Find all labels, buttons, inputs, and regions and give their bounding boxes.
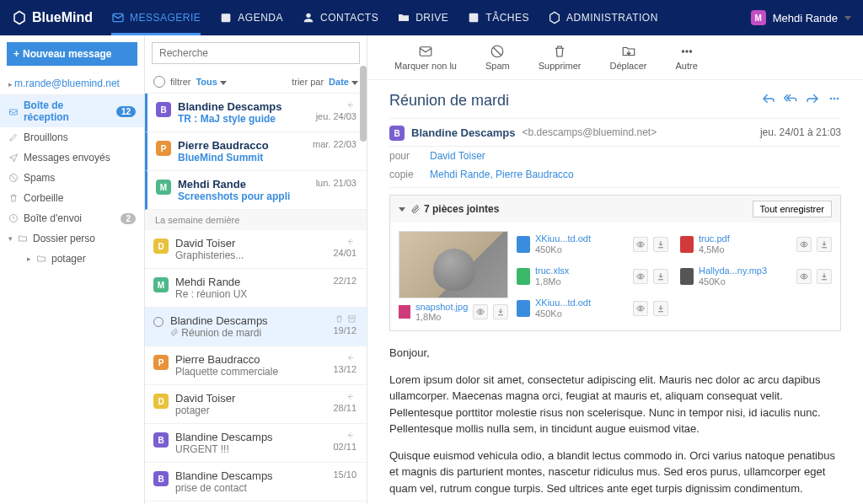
message-item[interactable]: DDavid Toiser Graphisteries...24/01 [145, 230, 367, 269]
message-item[interactable]: BBlandine Descamps TR : MaJ style guidej… [145, 94, 367, 132]
more-icon [679, 44, 694, 59]
folder-item[interactable]: Brouillons [0, 127, 144, 147]
folder-item[interactable]: Messages envoyés [0, 147, 144, 168]
message-subject: prise de contact [175, 482, 326, 494]
message-item[interactable]: DDavid Toiser potager28/11 [145, 385, 367, 424]
unread-icon [418, 44, 433, 59]
message-item[interactable]: MMehdi Rande Screenshots pour applilun. … [145, 171, 367, 210]
reply-all-icon[interactable] [784, 92, 797, 105]
trash-icon[interactable] [335, 314, 344, 324]
collapse-icon[interactable] [399, 207, 405, 212]
attachment-filesize: 450Ko [535, 308, 562, 319]
mail-date: jeu. 24/01 à 21:03 [760, 126, 841, 138]
view-button[interactable] [633, 237, 648, 252]
message-from: Mehdi Rande [175, 276, 326, 288]
view-button[interactable] [633, 301, 648, 316]
sidebar: + Nouveau message m.rande@bluemind.net B… [0, 35, 145, 504]
sender-avatar: B [156, 102, 171, 117]
toolbar-label: Spam [485, 61, 510, 71]
svg-point-17 [837, 98, 839, 99]
attachment-item: Hallyda...ny.mp3450Ko [680, 263, 832, 290]
folder-item[interactable]: Boîte de réception12 [0, 95, 144, 127]
svg-point-12 [682, 51, 683, 52]
brand-name: BlueMind [32, 10, 93, 25]
reply-icon[interactable] [762, 92, 775, 105]
view-button[interactable] [633, 269, 648, 284]
folder-icon [36, 254, 46, 264]
download-button[interactable] [817, 237, 832, 252]
preview-image[interactable] [399, 231, 508, 298]
account-email[interactable]: m.rande@bluemind.net [0, 72, 144, 95]
message-item[interactable]: MMehdi Rande Re : réunion UX22/12 [145, 269, 367, 308]
toolbar-unread-button[interactable]: Marquer non lu [394, 44, 457, 71]
reply-icon [347, 392, 356, 401]
message-item[interactable]: BBlandine Descamps URGENT !!!02/11 [145, 424, 367, 463]
user-menu[interactable]: M Mehdi Rande [751, 10, 851, 25]
message-subject: potager [175, 405, 326, 416]
download-button[interactable] [493, 304, 508, 319]
toolbar-trash-button[interactable]: Supprimer [539, 44, 582, 71]
to-value: David Toiser [430, 150, 485, 162]
cc-label: copie [389, 169, 423, 180]
folder-label: Corbeille [24, 192, 63, 204]
sort-value[interactable]: Date [329, 77, 358, 87]
more-icon[interactable] [828, 92, 841, 105]
toolbar-spam-button[interactable]: Spam [485, 44, 510, 71]
view-button[interactable] [796, 237, 812, 252]
chevron-down-icon [351, 81, 358, 85]
message-item[interactable]: PPierre Baudracco BlueMind Summitmar. 22… [145, 132, 367, 171]
view-button[interactable] [473, 304, 488, 319]
toolbar-label: Marquer non lu [394, 61, 457, 71]
message-meta: 15/10 [333, 469, 356, 494]
nav-admin[interactable]: ADMINISTRATION [548, 11, 658, 24]
message-item[interactable]: Blandine Descamps Réunion de mardi 19/12 [145, 308, 367, 346]
scrollbar[interactable] [360, 66, 367, 142]
message-meta: 22/12 [333, 276, 356, 300]
attachments-header: 7 pièces jointes Tout enregistrer [390, 196, 840, 223]
download-button[interactable] [653, 301, 668, 316]
archive-icon[interactable] [347, 314, 356, 324]
nav-drive[interactable]: DRIVE [397, 11, 448, 24]
message-subject: Réunion de mardi [170, 327, 326, 339]
select-checkbox[interactable] [153, 317, 163, 327]
nav-messagerie[interactable]: MESSAGERIE [111, 11, 201, 35]
brand: BlueMind [12, 10, 93, 25]
nav-label: AGENDA [238, 12, 283, 24]
message-subject: TR : MaJ style guide [178, 113, 309, 125]
compose-button[interactable]: + Nouveau message [7, 42, 137, 66]
download-button[interactable] [653, 269, 668, 284]
download-button[interactable] [817, 269, 832, 284]
nav-taches[interactable]: TÂCHES [467, 11, 529, 24]
folder-item[interactable]: Corbeille [0, 188, 144, 208]
svg-point-20 [803, 244, 806, 246]
save-all-button[interactable]: Tout enregistrer [753, 201, 832, 217]
folder-item[interactable]: ▾ Dossier perso [0, 228, 144, 249]
nav-label: MESSAGERIE [130, 12, 201, 24]
sender-name: Blandine Descamps [411, 126, 516, 139]
toolbar-more-button[interactable]: Autre [676, 44, 698, 71]
reply-icon [347, 237, 356, 246]
download-button[interactable] [653, 237, 668, 252]
trash-icon [552, 44, 567, 59]
filter-value[interactable]: Tous [196, 77, 227, 87]
reply-icon [347, 353, 356, 362]
view-button[interactable] [796, 269, 812, 284]
preview-filesize: 1,8Mo [415, 312, 442, 322]
toolbar-move-button[interactable]: Déplacer [610, 44, 647, 71]
user-avatar: M [751, 10, 766, 25]
message-date: 13/12 [333, 364, 356, 374]
mail-paragraph: Quisque euismod vehicula odio, a blandit… [389, 448, 841, 497]
attachment-filesize: 4,5Mo [699, 244, 725, 255]
message-item[interactable]: BBlandine Descamps prise de contact15/10 [145, 463, 367, 501]
message-item[interactable]: PPierre Baudracco Plaquette commerciale1… [145, 346, 367, 385]
folder-item[interactable]: Spams [0, 168, 144, 188]
select-all-icon[interactable] [153, 76, 165, 88]
toolbar-label: Autre [676, 61, 698, 71]
svg-point-22 [803, 276, 806, 278]
folder-item[interactable]: Boîte d'envoi2 [0, 208, 144, 228]
folder-item[interactable]: ▸ potager [0, 249, 144, 269]
sender-avatar: M [153, 277, 169, 292]
search-input[interactable] [152, 42, 360, 64]
message-list[interactable]: BBlandine Descamps TR : MaJ style guidej… [145, 94, 367, 504]
forward-icon[interactable] [806, 92, 819, 105]
